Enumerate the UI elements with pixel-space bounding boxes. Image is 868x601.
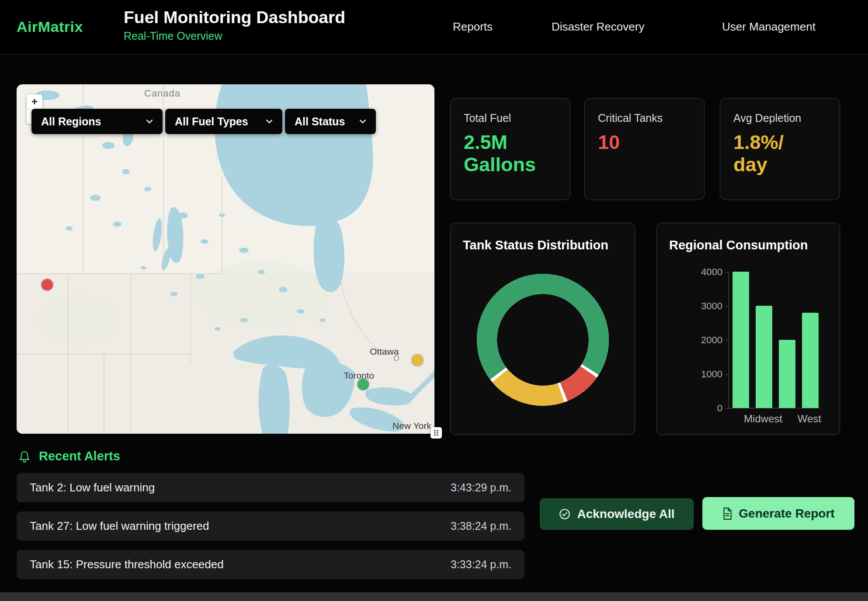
axis-tick [726, 306, 729, 307]
check-circle-icon [559, 508, 571, 520]
bar-y-tick-label: 1000 [692, 369, 722, 380]
alert-timestamp: 3:38:24 p.m. [451, 520, 511, 532]
axis-tick [726, 272, 729, 273]
bar-0 [733, 272, 749, 408]
bar-x-axis: MidwestWest [729, 413, 821, 425]
alert-message: Tank 27: Low fuel warning triggered [30, 519, 209, 533]
bar-y-tick-label: 0 [692, 403, 722, 414]
chevron-down-icon [146, 119, 153, 124]
nav-disaster-recovery[interactable]: Disaster Recovery [552, 20, 644, 34]
bar-y-axis: 01000200030004000 [692, 272, 722, 408]
generate-report-button[interactable]: Generate Report [702, 497, 854, 530]
map-label-toronto: Toronto [344, 370, 374, 381]
bell-icon [18, 450, 31, 463]
map-label-new-york: New York [392, 421, 431, 431]
region-filter-label: All Regions [41, 115, 101, 128]
alert-row[interactable]: Tank 27: Low fuel warning triggered 3:38… [17, 511, 524, 541]
stat-value-line: 1.8%/ [733, 131, 826, 154]
tank-status-donut-chart [473, 270, 613, 410]
page-title: Fuel Monitoring Dashboard [124, 8, 345, 27]
recent-alerts-title: Recent Alerts [39, 449, 120, 463]
chart-title: Tank Status Distribution [463, 238, 622, 252]
page-subtitle: Real-Time Overview [124, 30, 345, 42]
bar-plot-area [729, 272, 821, 408]
brand-logo[interactable]: AirMatrix [17, 18, 83, 35]
acknowledge-all-button[interactable]: Acknowledge All [540, 498, 694, 530]
bar-x-label [782, 413, 798, 425]
map-filter-bar: All Regions All Fuel Types All Status [31, 109, 376, 134]
donut-chart-wrap [463, 270, 622, 410]
chevron-down-icon [266, 119, 273, 124]
bar-y-tick-label: 3000 [692, 300, 722, 312]
zoom-in-button[interactable]: + [27, 94, 42, 109]
fuel-type-filter-dropdown[interactable]: All Fuel Types [165, 109, 282, 134]
alert-message: Tank 2: Low fuel warning [30, 481, 155, 494]
acknowledge-all-label: Acknowledge All [577, 507, 674, 521]
stat-value-line: day [733, 154, 826, 176]
chart-title: Regional Consumption [669, 238, 827, 252]
status-filter-label: All Status [295, 115, 345, 128]
stat-value-line: Gallons [464, 154, 557, 176]
header: AirMatrix Fuel Monitoring Dashboard Real… [0, 0, 868, 55]
nav-reports[interactable]: Reports [453, 20, 493, 34]
bar-1 [756, 306, 772, 408]
regional-consumption-bar-chart: 01000200030004000 MidwestWest [692, 272, 832, 447]
alert-row[interactable]: Tank 2: Low fuel warning 3:43:29 p.m. [17, 473, 524, 502]
stat-value: 1.8%/ day [733, 131, 826, 176]
map-marker-critical[interactable] [42, 279, 53, 290]
stat-card-avg-depletion: Avg Depletion 1.8%/ day [720, 98, 840, 200]
bar-y-tick-label: 4000 [692, 266, 722, 278]
stat-value-line: 2.5M [464, 131, 557, 154]
region-filter-dropdown[interactable]: All Regions [31, 109, 163, 134]
bar-x-label: Midwest [744, 413, 782, 425]
drag-handle-icon[interactable] [431, 427, 442, 439]
bar-3 [802, 313, 819, 408]
bar-x-label: West [798, 413, 821, 425]
bar-x-label [729, 413, 744, 425]
horizontal-scrollbar[interactable] [0, 592, 868, 601]
chevron-down-icon [359, 119, 366, 124]
regional-consumption-card: Regional Consumption 01000200030004000 M… [656, 223, 840, 435]
axis-tick [726, 374, 729, 375]
map-label-country: Canada [144, 88, 181, 99]
map-panel[interactable]: Canada Ottawa Toronto New York + − All R… [17, 84, 434, 434]
status-filter-dropdown[interactable]: All Status [285, 109, 376, 134]
map-marker-normal[interactable] [358, 379, 369, 390]
stat-label: Total Fuel [464, 112, 557, 124]
map-label-ottawa: Ottawa [370, 346, 399, 357]
alert-message: Tank 15: Pressure threshold exceeded [30, 558, 224, 571]
stat-card-total-fuel: Total Fuel 2.5M Gallons [450, 98, 570, 200]
axis-tick [726, 408, 729, 409]
map-marker-warning[interactable] [412, 355, 423, 366]
map-canvas[interactable] [17, 84, 434, 434]
recent-alerts-header: Recent Alerts [18, 449, 120, 463]
bar-2 [779, 340, 795, 408]
alert-timestamp: 3:43:29 p.m. [451, 481, 511, 494]
axis-tick [726, 340, 729, 341]
title-block: Fuel Monitoring Dashboard Real-Time Over… [124, 8, 345, 42]
alert-row[interactable]: Tank 15: Pressure threshold exceeded 3:3… [17, 550, 524, 579]
generate-report-label: Generate Report [739, 507, 834, 521]
stat-value: 10 [598, 131, 691, 154]
bar-y-tick-label: 2000 [692, 335, 722, 346]
fuel-type-filter-label: All Fuel Types [175, 115, 248, 128]
stat-label: Avg Depletion [733, 112, 826, 124]
document-icon [722, 508, 733, 520]
alert-timestamp: 3:33:24 p.m. [451, 558, 511, 571]
tank-status-card: Tank Status Distribution [450, 223, 635, 435]
stat-value: 2.5M Gallons [464, 131, 557, 176]
stat-value-line: 10 [598, 131, 691, 154]
stat-card-critical-tanks: Critical Tanks 10 [584, 98, 705, 200]
map-green-patch [38, 294, 117, 346]
nav-user-management[interactable]: User Management [722, 20, 816, 34]
stat-label: Critical Tanks [598, 112, 691, 124]
